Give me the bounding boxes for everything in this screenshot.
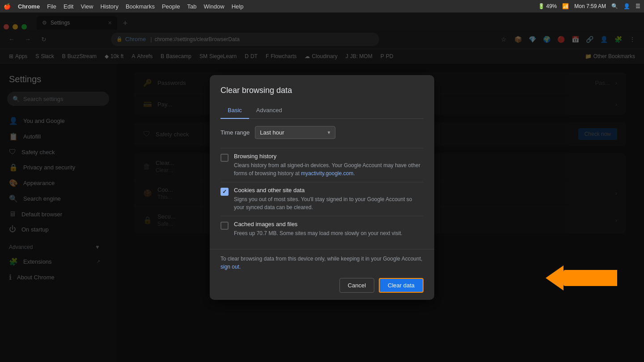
clock: Mon 7:59 AM — [574, 3, 606, 9]
tab-advanced[interactable]: Advanced — [249, 102, 289, 119]
time-range-select[interactable]: Last hour Last 24 hours Last 7 days Last… — [255, 126, 335, 139]
browsing-history-checkbox[interactable] — [220, 154, 229, 162]
wifi-icon: 📶 — [562, 3, 569, 9]
sign-out-link[interactable]: sign out. — [220, 264, 241, 270]
clear-data-button[interactable]: Clear data — [379, 278, 424, 293]
dialog-tabs: Basic Advanced — [220, 102, 424, 119]
menu-bar-right: 🔋 49% 📶 Mon 7:59 AM 🔍 👤 ☰ — [538, 3, 640, 9]
time-range-row: Time range Last hour Last 24 hours Last … — [220, 126, 424, 139]
cookies-checkbox[interactable] — [220, 188, 229, 196]
sidebar-toggle-icon[interactable]: ☰ — [636, 3, 640, 9]
footer-note: To clear browsing data from this device … — [220, 255, 424, 271]
clear-browsing-data-dialog: Clear browsing data Basic Advanced Time … — [210, 75, 434, 300]
modal-overlay: Clear browsing data Basic Advanced Time … — [0, 13, 644, 362]
browsing-history-text: Browsing history Clears history from all… — [234, 153, 424, 177]
dialog-body: Time range Last hour Last 24 hours Last … — [210, 119, 434, 249]
menu-history[interactable]: History — [100, 3, 118, 10]
dialog-footer: To clear browsing data from this device … — [210, 249, 434, 300]
apple-menu[interactable]: 🍎 — [4, 3, 11, 10]
menu-tab[interactable]: Tab — [187, 3, 196, 10]
arrow-annotation — [546, 265, 617, 290]
cached-checkbox[interactable] — [220, 222, 229, 230]
cookies-text: Cookies and other site data Signs you ou… — [234, 187, 424, 211]
time-range-select-wrapper[interactable]: Last hour Last 24 hours Last 7 days Last… — [255, 126, 335, 139]
battery-status: 🔋 49% — [538, 3, 557, 9]
dialog-buttons: Cancel Clear data — [220, 278, 424, 293]
menu-edit[interactable]: Edit — [64, 3, 73, 10]
checkbox-cached: Cached images and files Frees up 70.7 MB… — [220, 216, 424, 242]
checkbox-browsing-history: Browsing history Clears history from all… — [220, 148, 424, 182]
tab-basic[interactable]: Basic — [220, 102, 249, 119]
time-range-label: Time range — [220, 129, 250, 136]
cached-text: Cached images and files Frees up 70.7 MB… — [234, 221, 402, 237]
dialog-title: Clear browsing data — [220, 86, 424, 95]
checkbox-cookies: Cookies and other site data Signs you ou… — [220, 182, 424, 216]
menu-bar: 🍎 Chrome File Edit View History Bookmark… — [0, 0, 644, 13]
dialog-header: Clear browsing data — [210, 75, 434, 95]
menu-bookmarks[interactable]: Bookmarks — [126, 3, 155, 10]
profile-icon[interactable]: 👤 — [623, 3, 630, 9]
myactivity-link[interactable]: myactivity.google.com — [301, 170, 353, 177]
menu-help[interactable]: Help — [232, 3, 244, 10]
search-menu-icon[interactable]: 🔍 — [611, 3, 618, 9]
arrow-body — [564, 270, 617, 286]
menu-file[interactable]: File — [47, 3, 56, 10]
menu-window[interactable]: Window — [203, 3, 224, 10]
menu-view[interactable]: View — [80, 3, 93, 10]
menu-people[interactable]: People — [162, 3, 180, 10]
arrow-head — [546, 265, 564, 290]
menu-chrome[interactable]: Chrome — [18, 3, 40, 10]
cancel-button[interactable]: Cancel — [339, 278, 374, 293]
